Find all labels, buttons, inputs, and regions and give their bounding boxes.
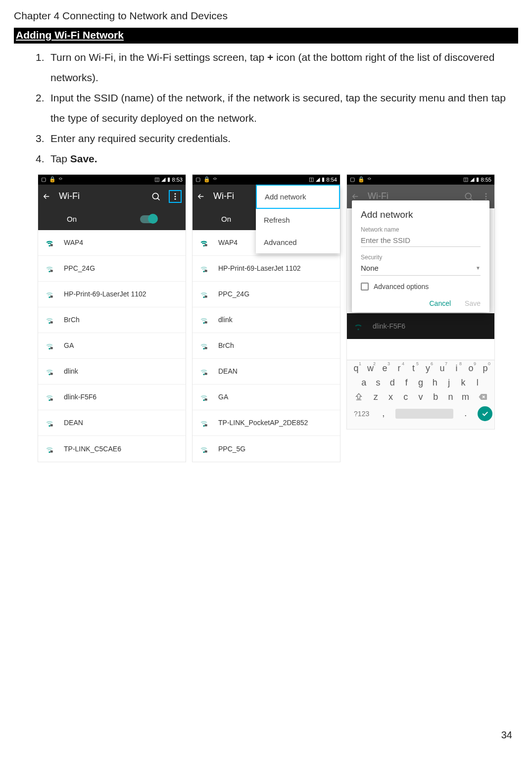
network-item[interactable]: DEAN (38, 410, 186, 436)
status-bar: ▢🔒⌔ ◫◢▮8:54 (193, 175, 340, 185)
key-g[interactable]: g (414, 378, 428, 388)
network-item[interactable]: WAP4 (38, 230, 186, 256)
network-name: HP-Print-69-LaserJet 1102 (218, 264, 301, 272)
network-item[interactable]: HP-Print-69-LaserJet 1102 (38, 282, 186, 307)
network-item[interactable]: TP-LINK_PocketAP_2DE852 (193, 410, 340, 436)
key-v[interactable]: v (413, 392, 428, 402)
screenshot-1: ▢🔒⌔ ◫◢▮8:53 Wi-Fi On WAP4PPC_24GHP-Print… (38, 174, 186, 462)
key-r[interactable]: r4 (392, 363, 406, 374)
ssid-input[interactable] (361, 234, 481, 247)
battery-icon: ▮ (322, 176, 325, 183)
key-h[interactable]: h (428, 378, 442, 388)
menu-advanced[interactable]: Advanced (256, 231, 340, 253)
svg-rect-18 (205, 373, 207, 375)
security-dropdown[interactable]: None ▼ (361, 262, 481, 276)
menu-refresh[interactable]: Refresh (256, 209, 340, 231)
network-item[interactable]: DEAN (193, 359, 340, 385)
key-x[interactable]: x (383, 392, 398, 402)
lock-icon: 🔒 (49, 176, 56, 183)
menu-add-network[interactable]: Add network (256, 185, 340, 209)
wifi-status-icon: ⌔ (59, 176, 62, 183)
network-name: dlink (64, 367, 78, 375)
search-icon (464, 192, 474, 201)
wifi-toggle[interactable] (140, 215, 157, 223)
key-u[interactable]: u7 (435, 363, 449, 374)
back-icon[interactable] (196, 192, 205, 201)
key-w[interactable]: w2 (363, 363, 378, 374)
shift-key[interactable] (349, 392, 368, 401)
space-key[interactable] (395, 409, 453, 419)
screenshot-2: ▢🔒⌔ ◫◢▮8:54 Wi-Fi Add network Refresh Ad… (192, 174, 340, 462)
key-l[interactable]: l (470, 378, 484, 388)
clock: 8:54 (327, 177, 337, 183)
svg-point-3 (175, 198, 176, 199)
key-t[interactable]: t5 (406, 363, 421, 374)
svg-rect-15 (205, 295, 207, 297)
wifi-icon (44, 263, 55, 273)
key-p[interactable]: p0 (478, 363, 492, 374)
svg-rect-11 (50, 424, 53, 426)
back-icon[interactable] (42, 192, 51, 201)
key-n[interactable]: n (443, 392, 458, 402)
network-item[interactable]: dlink (38, 359, 186, 385)
symbols-key[interactable]: ?123 (349, 410, 374, 418)
network-item[interactable]: PPC_5G (193, 436, 340, 462)
enter-key[interactable] (478, 406, 492, 421)
comma-key[interactable]: , (374, 408, 392, 419)
network-item[interactable]: BrCh (193, 333, 340, 359)
advanced-options-row[interactable]: Advanced options (361, 283, 481, 290)
network-item[interactable]: dlink-F5F6 (38, 385, 186, 410)
screen-title: Wi-Fi (59, 191, 143, 201)
wifi-status-icon: ⌔ (368, 176, 371, 183)
overflow-menu-icon[interactable] (169, 190, 182, 203)
key-y[interactable]: y6 (421, 363, 435, 374)
network-name: dlink (218, 316, 233, 324)
key-m[interactable]: m (458, 392, 473, 402)
wifi-on-label: On (67, 215, 77, 223)
svg-rect-19 (205, 398, 207, 400)
vibrate-icon: ◫ (463, 176, 468, 183)
period-key[interactable]: . (456, 408, 475, 419)
key-z[interactable]: z (368, 392, 383, 402)
svg-rect-20 (205, 424, 207, 426)
key-k[interactable]: k (456, 378, 471, 388)
key-c[interactable]: c (398, 392, 413, 402)
network-item[interactable]: dlink (193, 307, 340, 333)
save-button[interactable]: Save (465, 299, 481, 307)
wifi-icon (198, 392, 209, 402)
wifi-icon (198, 289, 209, 299)
key-e[interactable]: e3 (378, 363, 392, 374)
svg-rect-9 (50, 373, 53, 375)
backspace-key[interactable] (473, 392, 492, 401)
cancel-button[interactable]: Cancel (429, 299, 451, 307)
advanced-checkbox[interactable] (361, 283, 369, 290)
key-a[interactable]: a (357, 378, 371, 388)
screen-title: Wi-Fi (368, 191, 456, 201)
svg-rect-13 (205, 244, 207, 246)
network-item[interactable]: PPC_24G (38, 256, 186, 282)
clock: 8:55 (481, 177, 491, 183)
network-name: PPC_24G (218, 290, 249, 298)
svg-rect-7 (50, 321, 53, 323)
network-item[interactable]: HP-Print-69-LaserJet 1102 (193, 256, 340, 282)
network-name: GA (218, 393, 228, 401)
key-j[interactable]: j (442, 378, 456, 388)
key-q[interactable]: q1 (349, 363, 363, 374)
key-i[interactable]: i8 (449, 363, 464, 374)
network-item[interactable]: BrCh (38, 307, 186, 333)
key-f[interactable]: f (399, 378, 414, 388)
key-d[interactable]: d (385, 378, 399, 388)
network-item[interactable]: GA (193, 385, 340, 410)
back-icon (351, 192, 360, 201)
network-name: PPC_5G (218, 445, 245, 453)
wifi-icon (198, 418, 209, 428)
key-b[interactable]: b (428, 392, 443, 402)
key-s[interactable]: s (371, 378, 386, 388)
key-o[interactable]: o9 (464, 363, 478, 374)
network-item[interactable]: TP-LINK_C5CAE6 (38, 436, 186, 462)
soft-keyboard[interactable]: q1w2e3r4t5y6u7i8o9p0 asdfghjkl zxcvbnm ?… (347, 360, 494, 429)
step-3: 3. Enter any required security credentia… (36, 129, 518, 149)
network-item[interactable]: GA (38, 333, 186, 359)
search-icon[interactable] (151, 192, 161, 201)
network-item[interactable]: PPC_24G (193, 282, 340, 307)
